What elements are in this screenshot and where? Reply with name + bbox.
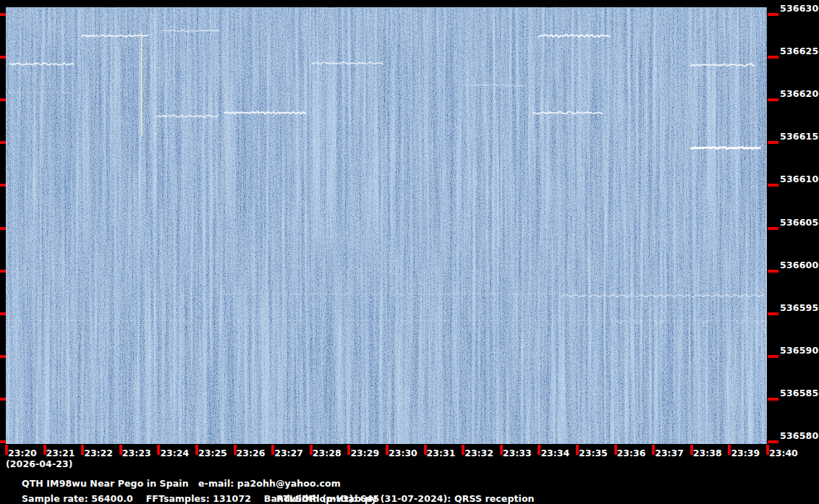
time-tick-label: 23:29 <box>350 448 379 458</box>
freq-tick-label: 5366050 <box>780 217 819 228</box>
freq-tick-label: 5366300 <box>780 3 819 14</box>
waterfall-top-edge <box>6 7 767 9</box>
time-tick-label: 23:39 <box>731 448 760 458</box>
time-tick-label: 23:31 <box>427 448 456 458</box>
freq-tick-label: 5365900 <box>780 345 819 356</box>
freq-tick <box>768 141 778 144</box>
time-tick-label: 23:36 <box>617 448 646 458</box>
freq-tick <box>0 440 6 443</box>
vertical-artifact-line <box>141 33 142 136</box>
freq-tick <box>768 270 778 273</box>
freq-tick <box>0 13 6 16</box>
time-tick-label: 23:37 <box>655 448 684 458</box>
freq-tick-label: 5365950 <box>780 302 819 313</box>
freq-tick <box>768 355 778 358</box>
time-tick-label: 23:24 <box>160 448 189 458</box>
freq-tick-label: 5366250 <box>780 46 819 56</box>
freq-tick <box>0 312 6 315</box>
time-tick-label: 23:28 <box>313 448 341 458</box>
time-tick-label: 23:30 <box>389 448 417 458</box>
time-tick-label: 23:33 <box>503 448 532 458</box>
freq-tick <box>768 13 778 16</box>
freq-tick <box>768 312 778 315</box>
freq-tick-label: 5366150 <box>780 131 819 142</box>
freq-tick-label: 5365850 <box>780 388 819 398</box>
time-tick-label: 23:40 <box>769 448 798 458</box>
freq-tick <box>768 98 778 101</box>
freq-tick <box>0 270 6 273</box>
time-tick-label: 23:23 <box>122 448 151 458</box>
waterfall-canvas <box>6 7 767 444</box>
dot-artifact <box>156 133 158 135</box>
software-version-line: RTLSDRlop-v3ab.py (31-07-2024): QRSS rec… <box>276 493 535 504</box>
freq-tick <box>0 184 6 187</box>
freq-tick-label: 5366000 <box>780 260 819 270</box>
time-tick-label: 23:21 <box>46 448 75 458</box>
freq-tick <box>0 56 6 59</box>
freq-tick <box>0 98 6 101</box>
time-tick-label: 23:32 <box>464 448 493 458</box>
freq-tick <box>768 227 778 230</box>
freq-tick <box>0 227 6 230</box>
freq-tick-label: 5365800 <box>780 430 819 441</box>
date-label: (2026-04-23) <box>6 458 73 469</box>
freq-tick <box>768 184 778 187</box>
station-qth-line: QTH IM98wu Near Pego in Spain e-mail: pa… <box>22 478 341 489</box>
spectrogram-waterfall <box>6 7 767 444</box>
freq-tick <box>0 141 6 144</box>
freq-tick <box>0 355 6 358</box>
qrss-grabber-screen: 5366300536625053662005366150536610053660… <box>0 0 819 504</box>
time-tick-label: 23:25 <box>198 448 227 458</box>
freq-tick-label: 5366200 <box>780 88 819 99</box>
freq-tick <box>768 440 778 443</box>
time-tick-label: 23:34 <box>540 448 569 458</box>
freq-tick <box>0 398 6 401</box>
time-tick-label: 23:35 <box>579 448 608 458</box>
time-tick-label: 23:27 <box>274 448 303 458</box>
time-tick-label: 23:22 <box>84 448 113 458</box>
freq-tick <box>768 56 778 59</box>
time-tick-label: 23:26 <box>237 448 266 458</box>
time-tick-label: 23:38 <box>693 448 722 458</box>
freq-tick <box>768 398 778 401</box>
waterfall-noise-hairlines <box>6 7 767 444</box>
freq-tick-label: 5366100 <box>780 174 819 184</box>
time-tick-label: 23:20 <box>8 448 37 458</box>
